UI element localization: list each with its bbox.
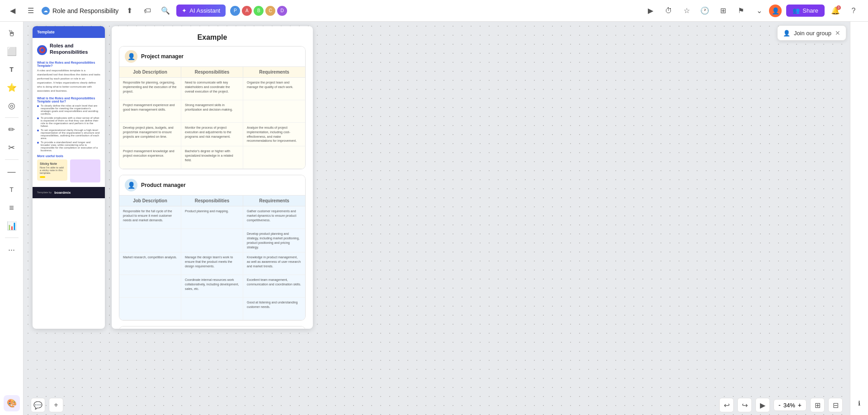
user-avatar[interactable]: 👤 (768, 4, 783, 18)
comment-button[interactable]: 💬 (31, 398, 45, 412)
join-group-close-button[interactable]: ✕ (835, 29, 840, 37)
sidebar-pen-tool[interactable]: ✏ (4, 121, 20, 138)
pm-req-1: Organize the project team and manage the… (243, 78, 305, 100)
panel-dot-1 (37, 105, 39, 107)
flag-icon-button[interactable]: ⚑ (734, 4, 748, 18)
sticky-note-title: Sticky Note (40, 162, 65, 165)
sidebar-table-tool[interactable]: 📊 (4, 218, 20, 234)
pm-jd-4: Project management knowledge and project… (119, 146, 181, 169)
back-button[interactable]: ◀ (5, 4, 20, 18)
panel-section-1-title: What is the Roles and Responsibilities T… (37, 61, 100, 67)
ai-assistant-button[interactable]: ✦ AI Assistant (176, 5, 226, 17)
pdm-req-4: Excellent team management, communication… (243, 275, 305, 298)
bottombar: 💬 + ↩ ↪ ▶ - 34% + ⊞ ⊟ (24, 395, 850, 415)
avatar-3: B (253, 5, 264, 17)
example-title: Example (112, 26, 313, 46)
left-panel-template: Template ⭕ Roles andResponsibilities Wha… (33, 26, 105, 329)
panel-item-1: To clearly define the roles at each leve… (37, 104, 100, 115)
panel-header: Template (33, 26, 105, 38)
redo-button[interactable]: ↪ (737, 398, 752, 412)
pdm-resp-1: Product planning and mapping. (181, 206, 243, 229)
notification-button[interactable]: 🔔 3 (828, 4, 843, 18)
sidebar-text2-tool[interactable]: T (4, 182, 20, 198)
pdm-resp-2 (181, 229, 243, 252)
star-icon-button[interactable]: ☆ (679, 4, 694, 18)
doc-cloud-icon: ☁ (42, 7, 50, 15)
panel-item-2-text: To provide employees with a clear sense … (41, 117, 100, 127)
pdm-req-5: Good at listening and understanding cust… (243, 298, 305, 320)
share-label: Share (802, 7, 818, 14)
sidebar-text-tool[interactable]: T (4, 61, 20, 78)
topbar: ◀ ☰ ☁ Role and Responsibility ⬆ 🏷 🔍 ✦ AI… (0, 0, 868, 22)
tools-grid: Sticky Note Now I'm able to add a sticky… (37, 159, 100, 182)
right-sidebar-info[interactable]: ℹ (851, 395, 868, 411)
sidebar-scissors-tool[interactable]: ✂ (4, 140, 20, 156)
footer-brand-text: boardmix (54, 191, 71, 195)
dropdown-icon-button[interactable]: ⌄ (752, 4, 766, 18)
sticky-note-text: Now I'm able to add a sticky note in thi… (40, 166, 65, 174)
right-sidebar: ℹ (850, 22, 868, 415)
menu-button[interactable]: ☰ (24, 4, 38, 18)
role-card-product-manager: 👤 Product manager Job Description Respon… (119, 175, 306, 321)
join-group-label[interactable]: Join our group (794, 30, 831, 37)
zoom-level: 34% (783, 402, 795, 409)
avatar-2: A (241, 5, 253, 17)
canvas: Template ⭕ Roles andResponsibilities Wha… (24, 22, 850, 415)
panel-logo-icon: ⭕ (37, 45, 47, 55)
grid-button[interactable]: ⊟ (828, 398, 843, 412)
fit-button[interactable]: ⊞ (810, 398, 825, 412)
panel-logo-row: ⭕ Roles andResponsibilities (37, 42, 100, 58)
panel-section-1-text: A roles and responsibilities template is… (37, 69, 100, 93)
sidebar-list-tool[interactable]: ≡ (4, 200, 20, 216)
project-manager-avatar: 👤 (125, 50, 137, 63)
sidebar-frame-tool[interactable]: ⬜ (4, 43, 20, 60)
help-button[interactable]: ? (846, 4, 861, 18)
role-card-hr-manager: 👤 Human Resources (HR) Manager Job Descr… (119, 326, 306, 329)
pm-resp-3: Monitor the process of project execution… (181, 123, 243, 146)
panel-dot-4 (37, 142, 39, 144)
pm-req-4 (243, 146, 305, 169)
grid-icon-button[interactable]: ⊞ (716, 4, 730, 18)
zoom-control[interactable]: - 34% + (774, 399, 807, 411)
add-button[interactable]: + (49, 398, 63, 412)
timer-icon-button[interactable]: ⏱ (661, 4, 676, 18)
footer-logo-text: Template by (37, 191, 52, 194)
pdm-jd-4 (119, 275, 181, 298)
sidebar-color-tool[interactable]: 🎨 (4, 395, 20, 411)
zoom-plus-button[interactable]: + (798, 401, 802, 409)
project-manager-name: Project manager (141, 53, 184, 60)
sidebar-line-tool[interactable]: — (4, 163, 20, 180)
pdm-req-3: Knowledge in product management, as well… (243, 252, 305, 275)
tag-button[interactable]: 🏷 (140, 4, 155, 18)
sidebar-more-tool[interactable]: ··· (4, 242, 20, 258)
nav-forward-button[interactable]: ▶ (643, 4, 658, 18)
role-card-project-manager: 👤 Project manager Job Description Respon… (119, 46, 306, 169)
pdm-resp-5 (181, 298, 243, 320)
play-button[interactable]: ▶ (755, 398, 770, 412)
zoom-minus-button[interactable]: - (778, 401, 781, 409)
project-manager-header: 👤 Project manager (119, 47, 305, 66)
panel-dot-3 (37, 130, 39, 131)
export-button[interactable]: ⬆ (122, 4, 137, 18)
panel-item-2: To provide employees with a clear sense … (37, 117, 100, 127)
main-example-panel: Example 👤 Project manager Job Descriptio… (112, 26, 313, 329)
sticky-note-card: Sticky Note Now I'm able to add a sticky… (37, 159, 67, 181)
pdm-jd-header: Job Description (119, 196, 181, 206)
document-title: Role and Responsibility (52, 7, 118, 14)
search-button[interactable]: 🔍 (158, 4, 173, 18)
pm-jd-2: Project management experience and good t… (119, 100, 181, 123)
sticky-note-badge (40, 176, 45, 178)
sidebar-shape-tool[interactable]: ◎ (4, 98, 20, 114)
left-sidebar: 🖱 ⬜ T ⭐ ◎ ✏ ✂ — T ≡ 📊 ··· 🎨 (0, 22, 24, 415)
panel-item-4-text: To provide a standardized and longer and… (41, 141, 100, 152)
pdm-resp-3: Manage the design team's work to ensure … (181, 252, 243, 275)
pdm-resp-4: Coordinate internal resources work colla… (181, 275, 243, 298)
panel-body: ⭕ Roles andResponsibilities What is the … (33, 38, 105, 187)
ai-icon: ✦ (182, 7, 187, 14)
sidebar-sticky-tool[interactable]: ⭐ (4, 79, 20, 96)
pm-req-3: Analyze the results of project implement… (243, 123, 305, 146)
sidebar-cursor-tool[interactable]: 🖱 (4, 25, 20, 42)
share-button[interactable]: 👥 Share (786, 5, 825, 17)
undo-button[interactable]: ↩ (719, 398, 734, 412)
clock-icon-button[interactable]: 🕐 (698, 4, 712, 18)
